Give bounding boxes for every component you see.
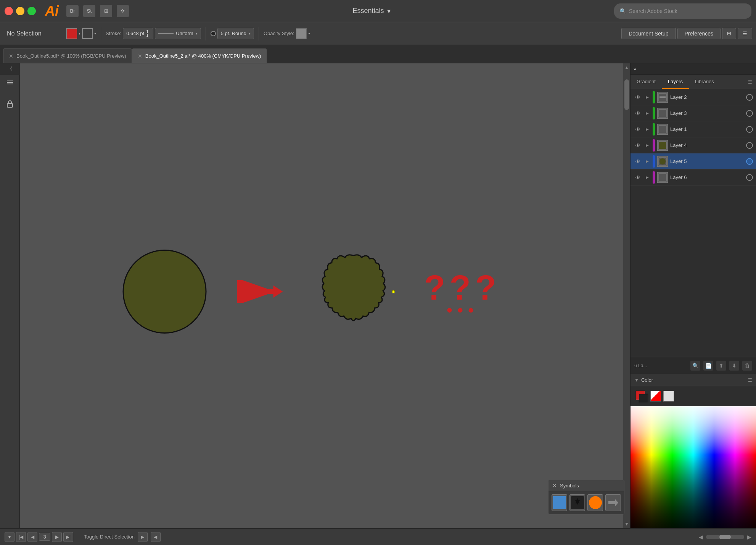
layer-1-expand-icon[interactable]: ▶	[644, 126, 650, 132]
symbol-black-splat[interactable]	[569, 494, 585, 511]
symbols-content	[549, 491, 624, 514]
lock-icon[interactable]	[3, 97, 17, 111]
document-setup-button[interactable]: Document Setup	[621, 28, 676, 39]
layer-row-1[interactable]: 👁 ▶ Layer 1	[631, 121, 756, 137]
layers-count-label: 6 La...	[634, 363, 647, 368]
layer-2-expand-icon[interactable]: ▶	[644, 94, 650, 100]
scrollbar-thumb[interactable]	[624, 79, 629, 110]
preferences-button[interactable]: Preferences	[677, 28, 721, 39]
arrange-icon[interactable]: ☰	[738, 28, 752, 39]
scroll-up-icon[interactable]: ▲	[623, 63, 630, 72]
symbol-arrow[interactable]	[605, 494, 621, 511]
canvas-content: ? ? ?	[20, 63, 623, 528]
close-button[interactable]	[5, 7, 13, 15]
tab-gradient[interactable]: Gradient	[631, 75, 662, 89]
layer-row-2[interactable]: 👁 ▶ Layer 2	[631, 89, 756, 105]
stroke-value-input[interactable]: 0.648 pt ⬆⬇	[123, 28, 153, 39]
page-number[interactable]: 3	[39, 533, 50, 541]
symbols-close-icon[interactable]: ✕	[552, 482, 557, 489]
collapse-left-icon: 《	[7, 66, 13, 73]
circle-shape[interactable]	[123, 250, 207, 334]
layer-5-eye-icon[interactable]: 👁	[634, 157, 642, 166]
tab-layers[interactable]: Layers	[662, 75, 689, 89]
layer-4-thumbnail	[657, 140, 668, 151]
canvas-scrollbar-right[interactable]: ▲ ▼	[623, 63, 630, 528]
layer-row-5[interactable]: 👁 ▶ Layer 5	[631, 153, 756, 169]
stroke-chevron-icon[interactable]: ▾	[94, 31, 96, 35]
style-label: Style:	[282, 31, 294, 36]
layer-6-expand-icon[interactable]: ▶	[644, 174, 650, 181]
scroll-down-icon[interactable]: ▼	[623, 520, 630, 528]
layer-5-target-btn[interactable]	[746, 158, 753, 165]
nav-next-icon[interactable]: ▶	[52, 532, 62, 542]
tools-menu-icon[interactable]	[3, 76, 17, 89]
bridge-icon[interactable]: Br	[66, 5, 79, 17]
toggle-direct-play-icon[interactable]: ▶	[138, 532, 148, 542]
layers-movedown-icon[interactable]: ⬇	[729, 361, 739, 371]
layers-new-icon[interactable]: 📄	[703, 361, 713, 371]
symbol-blue-square[interactable]	[552, 494, 567, 511]
tab-1-close-icon[interactable]: ✕	[9, 53, 13, 59]
fill-color-swatch[interactable]	[66, 28, 77, 39]
layers-search-icon[interactable]: 🔍	[690, 361, 700, 371]
no-color-icon[interactable]	[650, 391, 661, 401]
layer-4-expand-icon[interactable]: ▶	[644, 142, 650, 148]
layer-row-3[interactable]: 👁 ▶ Layer 3	[631, 105, 756, 121]
stroke-type-select[interactable]: Uniform ▾	[155, 28, 201, 39]
left-sidebar-collapse[interactable]: 《	[0, 63, 20, 75]
tab-1[interactable]: ✕ Book_Outline5.pdf* @ 100% (RGB/GPU Pre…	[3, 48, 132, 63]
workspace-icon[interactable]: ⊞	[100, 5, 112, 17]
workspace-layout-icon[interactable]: ⊞	[722, 28, 736, 39]
stock-icon[interactable]: St	[83, 5, 95, 17]
tab-2[interactable]: ✕ Book_Outline5_2.ai* @ 400% (CMYK/GPU P…	[132, 48, 267, 63]
stroke-color-swatch[interactable]	[82, 28, 93, 39]
nav-prev-icon[interactable]: ◀	[27, 532, 37, 542]
layer-1-eye-icon[interactable]: 👁	[634, 125, 642, 134]
scalloped-svg	[314, 252, 394, 332]
send-icon[interactable]: ✈	[117, 5, 129, 17]
white-swatch[interactable]	[663, 391, 674, 401]
style-swatch[interactable]	[296, 28, 307, 39]
essentials-dropdown[interactable]: Essentials ▾	[352, 7, 390, 15]
layer-3-eye-icon[interactable]: 👁	[634, 109, 642, 118]
tab-libraries[interactable]: Libraries	[689, 75, 720, 89]
minimize-button[interactable]	[16, 7, 24, 15]
scroll-left-icon[interactable]: ◀	[699, 534, 703, 540]
search-stock-bar[interactable]: 🔍 Search Adobe Stock	[614, 3, 751, 19]
panel-menu-icon[interactable]: ☰	[744, 76, 756, 88]
color-picker-area[interactable]	[631, 406, 756, 528]
layers-delete-icon[interactable]: 🗑	[742, 361, 752, 371]
layer-1-target-btn[interactable]	[746, 126, 753, 133]
tab-2-close-icon[interactable]: ✕	[138, 53, 142, 59]
layer-3-target-btn[interactable]	[746, 110, 753, 117]
fullscreen-button[interactable]	[27, 7, 36, 15]
bg-swatch[interactable]	[639, 394, 648, 403]
layer-row-6[interactable]: 👁 ▶ Layer 6	[631, 169, 756, 185]
layer-4-eye-icon[interactable]: 👁	[634, 141, 642, 150]
brush-select[interactable]: 5 pt. Round ▾	[217, 28, 254, 39]
color-panel-header[interactable]: ▼ Color ☰	[631, 374, 756, 386]
layer-2-eye-icon[interactable]: 👁	[634, 93, 642, 102]
scroll-right-icon[interactable]: ▶	[747, 534, 751, 540]
style-chevron-icon[interactable]: ▾	[308, 31, 310, 35]
layer-2-target-btn[interactable]	[746, 94, 753, 101]
layers-moveup-icon[interactable]: ⬆	[716, 361, 726, 371]
canvas-area[interactable]: ? ? ? ▲ ▼	[20, 63, 630, 528]
stroke-stepper-icon[interactable]: ⬆⬇	[146, 29, 149, 38]
layer-6-eye-icon[interactable]: 👁	[634, 173, 642, 182]
layer-3-expand-icon[interactable]: ▶	[644, 110, 650, 116]
layer-row-4[interactable]: 👁 ▶ Layer 4	[631, 137, 756, 153]
nav-first-icon[interactable]: |◀	[16, 532, 26, 542]
horizontal-scrollbar[interactable]	[706, 535, 744, 539]
nav-dropdown-icon[interactable]: ▾	[5, 532, 14, 542]
layer-4-target-btn[interactable]	[746, 142, 753, 149]
nav-last-icon[interactable]: ▶|	[63, 532, 73, 542]
layer-6-target-btn[interactable]	[746, 174, 753, 181]
horizontal-scroll-thumb[interactable]	[719, 535, 731, 539]
toggle-direct-back-icon[interactable]: ◀	[151, 532, 161, 542]
symbol-orange-circle[interactable]	[587, 494, 603, 511]
color-panel-menu-icon[interactable]: ☰	[748, 377, 752, 383]
layer-5-expand-icon[interactable]: ▶	[644, 158, 650, 164]
fill-chevron-icon[interactable]: ▾	[79, 31, 80, 35]
right-panel-collapse[interactable]: »	[631, 63, 756, 75]
